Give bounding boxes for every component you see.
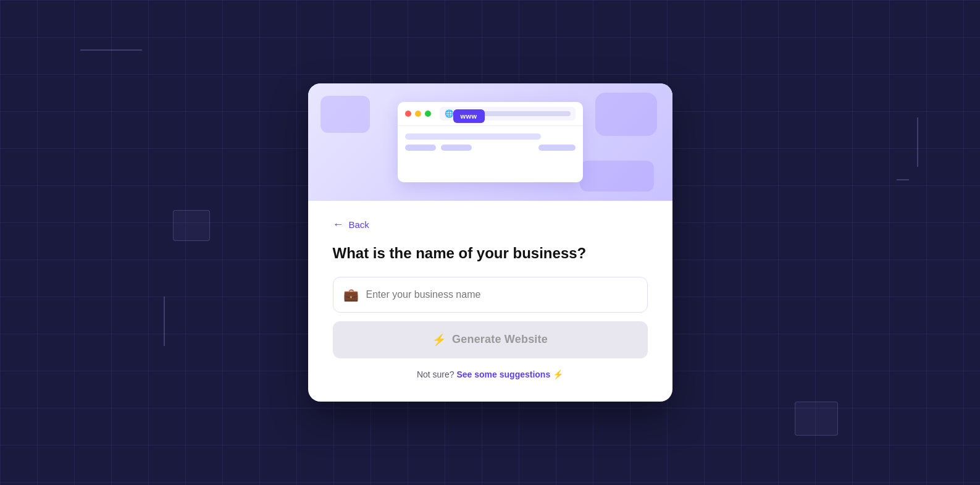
generate-website-button[interactable]: ⚡ Generate Website — [333, 321, 648, 358]
hero-blob — [595, 93, 657, 136]
hero-blob — [320, 96, 370, 133]
browser-dot-yellow — [415, 111, 421, 117]
back-label: Back — [349, 219, 369, 230]
suggestions-lightning-icon: ⚡ — [553, 369, 563, 379]
briefcase-icon: 💼 — [343, 287, 359, 302]
decorative-rect — [795, 402, 838, 436]
decorative-line — [897, 179, 909, 180]
decorative-line — [164, 297, 165, 346]
suggestions-line: Not sure? See some suggestions ⚡ — [333, 369, 648, 379]
decorative-rect — [173, 210, 210, 241]
www-badge: www — [453, 109, 485, 123]
business-name-field-wrapper: 💼 — [333, 277, 648, 313]
content-chip — [538, 145, 576, 151]
modal-body: ← Back What is the name of your business… — [308, 201, 672, 401]
hero-illustration: www 🌐 — [308, 83, 672, 201]
see-suggestions-link[interactable]: See some suggestions ⚡ — [456, 369, 563, 379]
browser-dot-green — [425, 111, 431, 117]
lightning-icon: ⚡ — [432, 333, 446, 347]
back-arrow-icon: ← — [333, 218, 344, 231]
business-name-input[interactable] — [366, 289, 637, 300]
question-heading: What is the name of your business? — [333, 243, 648, 263]
decorative-line — [917, 117, 918, 167]
back-button[interactable]: ← Back — [333, 218, 369, 231]
content-bar — [405, 133, 542, 140]
modal-card: www 🌐 — [308, 83, 672, 401]
globe-icon: 🌐 — [445, 109, 454, 118]
generate-button-label: Generate Website — [452, 333, 548, 346]
browser-mockup: 🌐 — [398, 102, 583, 182]
browser-dot-red — [405, 111, 411, 117]
suggestions-link-text: See some suggestions — [456, 369, 550, 379]
hero-blob — [580, 161, 654, 192]
decorative-line — [80, 49, 142, 51]
browser-titlebar: 🌐 — [398, 102, 583, 126]
content-row — [405, 145, 576, 151]
content-chip — [405, 145, 436, 151]
content-chip — [441, 145, 472, 151]
browser-content — [398, 126, 583, 158]
suggestions-prefix: Not sure? — [417, 369, 454, 379]
